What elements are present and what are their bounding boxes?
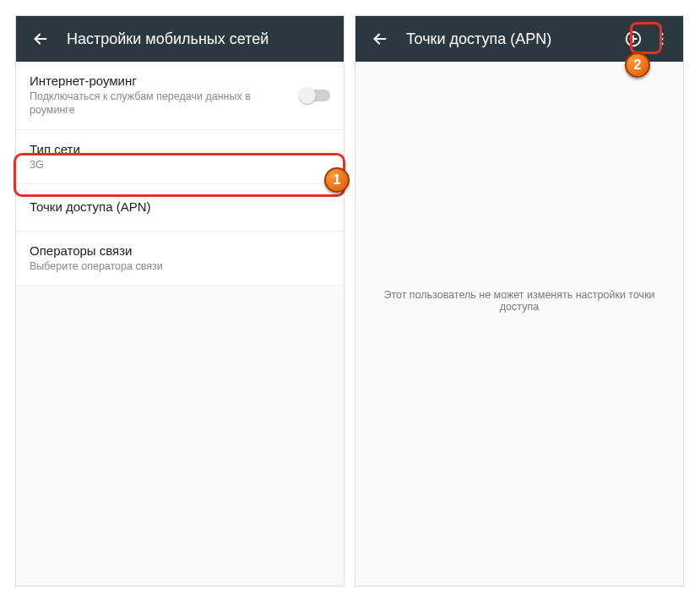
- overflow-menu-button[interactable]: [648, 25, 676, 53]
- plus-circle-icon: [624, 30, 643, 48]
- arrow-left-icon: [371, 30, 389, 48]
- empty-apn-message: Этот пользователь не может изменять наст…: [355, 289, 683, 313]
- svg-point-3: [661, 42, 664, 45]
- setting-title: Операторы связи: [30, 243, 330, 258]
- appbar-title: Точки доступа (APN): [406, 30, 619, 48]
- back-button[interactable]: [26, 25, 55, 53]
- add-apn-button[interactable]: [619, 25, 648, 53]
- back-button[interactable]: [366, 25, 394, 53]
- setting-title: Тип сети: [30, 142, 330, 156]
- screen-mobile-network-settings: Настройки мобильных сетей Интернет-роуми…: [15, 15, 345, 586]
- roaming-toggle[interactable]: [301, 90, 330, 101]
- setting-subtitle: Подключаться к службам передачи данных в…: [30, 90, 290, 117]
- more-vertical-icon: [654, 30, 670, 47]
- setting-title: Точки доступа (APN): [30, 199, 330, 214]
- annotation-badge-2: 2: [625, 52, 650, 78]
- setting-row-operators[interactable]: Операторы связи Выберите оператора связи: [16, 232, 344, 286]
- settings-list: Интернет-роуминг Подключаться к службам …: [16, 62, 344, 286]
- setting-row-network-type[interactable]: Тип сети 3G: [16, 130, 344, 184]
- setting-title: Интернет-роуминг: [30, 74, 290, 88]
- arrow-left-icon: [31, 30, 50, 48]
- svg-point-1: [661, 33, 664, 35]
- screen-apn: Точки доступа (APN) Этот пользователь не…: [355, 15, 684, 586]
- setting-subtitle: 3G: [30, 158, 330, 172]
- setting-subtitle: Выберите оператора связи: [30, 259, 330, 273]
- svg-point-2: [661, 38, 664, 41]
- appbar: Настройки мобильных сетей: [16, 16, 344, 62]
- annotation-badge-1: 1: [324, 167, 350, 193]
- appbar-title: Настройки мобильных сетей: [67, 30, 337, 48]
- setting-row-apn[interactable]: Точки доступа (APN): [16, 184, 344, 232]
- setting-row-roaming[interactable]: Интернет-роуминг Подключаться к службам …: [16, 62, 344, 130]
